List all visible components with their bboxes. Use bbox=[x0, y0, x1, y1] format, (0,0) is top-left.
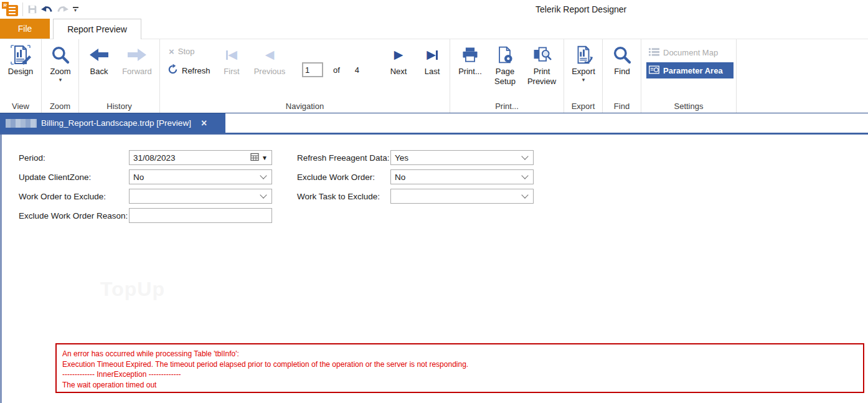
update-clientzone-select[interactable]: No bbox=[129, 169, 272, 184]
print-preview-button-label: Print Preview bbox=[527, 67, 556, 87]
export-button[interactable]: Export ▾ bbox=[567, 43, 600, 82]
customize-qat-icon: ▾ bbox=[73, 7, 78, 12]
parameter-area-toggle[interactable]: Parameter Area bbox=[646, 62, 734, 78]
exclude-work-order-value: No bbox=[391, 173, 522, 182]
exclude-work-order-reason-input[interactable] bbox=[129, 208, 272, 223]
document-map-toggle[interactable]: Document Map bbox=[646, 44, 734, 60]
zoom-button-label: Zoom bbox=[50, 67, 70, 77]
refresh-freeagent-data-select[interactable]: Yes bbox=[390, 150, 534, 165]
forward-button-label: Forward bbox=[122, 67, 152, 77]
document-tab[interactable]: Billing_Report-Landscape.trdp [Preview] … bbox=[0, 113, 225, 133]
previous-button-label: Previous bbox=[254, 67, 286, 77]
exclude-work-order-select[interactable]: No bbox=[390, 169, 534, 184]
close-icon[interactable]: × bbox=[201, 118, 207, 129]
stop-icon: × bbox=[169, 47, 174, 56]
group-label-find: Find bbox=[603, 102, 641, 111]
group-label-zoom: Zoom bbox=[42, 102, 78, 111]
find-button-label: Find bbox=[614, 67, 630, 77]
chevron-down-icon bbox=[521, 172, 528, 179]
print-preview-button[interactable]: Print Preview bbox=[522, 43, 561, 87]
zoom-button[interactable]: Zoom ▾ bbox=[44, 43, 77, 82]
stop-button[interactable]: × Stop bbox=[169, 47, 195, 56]
next-page-button[interactable]: ▶ Next bbox=[381, 43, 416, 77]
parameter-area-icon bbox=[649, 65, 659, 76]
ribbon-group-view: Design View bbox=[0, 39, 42, 113]
export-dropdown-icon: ▾ bbox=[582, 77, 585, 82]
save-button[interactable] bbox=[25, 2, 40, 17]
group-label-settings: Settings bbox=[641, 102, 736, 111]
watermark: TopUp bbox=[100, 278, 165, 301]
document-map-label: Document Map bbox=[663, 48, 718, 57]
zoom-dropdown-icon: ▾ bbox=[59, 77, 62, 82]
chevron-down-icon bbox=[521, 153, 528, 159]
tab-row: File Report Preview bbox=[0, 19, 868, 39]
stop-button-label: Stop bbox=[178, 47, 195, 56]
divider bbox=[22, 2, 23, 16]
error-message-box: An error has occurred while processing T… bbox=[55, 343, 864, 393]
design-button-label: Design bbox=[8, 67, 33, 77]
tab-report-preview[interactable]: Report Preview bbox=[53, 19, 141, 39]
back-arrow-icon bbox=[88, 43, 110, 67]
page-setup-button-label: Page Setup bbox=[494, 67, 516, 87]
find-icon bbox=[612, 43, 632, 67]
redo-button[interactable] bbox=[55, 2, 70, 17]
find-button[interactable]: Find bbox=[605, 43, 639, 77]
back-button-label: Back bbox=[90, 67, 108, 77]
window-title: Telerik Report Designer bbox=[535, 4, 626, 14]
calendar-icon bbox=[250, 153, 259, 163]
exclude-work-order-label: Exclude Work Order: bbox=[297, 173, 375, 182]
update-clientzone-value: No bbox=[130, 173, 261, 182]
ribbon-group-export: Export ▾ Export bbox=[564, 39, 603, 113]
error-line-4: The wait operation timed out bbox=[62, 380, 863, 391]
ribbon-group-history: Back Forward History bbox=[79, 39, 160, 113]
next-page-icon: ▶ bbox=[394, 43, 403, 67]
document-map-icon bbox=[649, 47, 659, 58]
period-date-picker[interactable]: 31/08/2023 ▼ bbox=[129, 150, 272, 165]
app-icon[interactable]: R bbox=[2, 2, 19, 17]
document-tab-strip: Billing_Report-Landscape.trdp [Preview] … bbox=[0, 113, 868, 133]
period-label: Period: bbox=[19, 153, 45, 163]
next-button-label: Next bbox=[390, 67, 407, 77]
previous-page-button[interactable]: ◀ Previous bbox=[251, 43, 288, 77]
first-page-button[interactable]: ◀ First bbox=[215, 43, 248, 77]
redacted-prefix bbox=[6, 119, 37, 128]
chevron-down-icon bbox=[260, 191, 267, 198]
group-label-navigation: Navigation bbox=[160, 102, 450, 111]
first-page-icon: ◀ bbox=[226, 43, 237, 67]
document-tab-title: Billing_Report-Landscape.trdp [Preview] bbox=[41, 118, 191, 128]
page-setup-button[interactable]: Page Setup bbox=[488, 43, 522, 87]
zoom-icon bbox=[50, 43, 70, 67]
report-document-icon bbox=[6, 5, 18, 16]
chevron-down-icon bbox=[260, 172, 267, 179]
undo-icon bbox=[41, 5, 54, 14]
group-label-history: History bbox=[79, 102, 159, 111]
file-tab[interactable]: File bbox=[0, 19, 50, 39]
exclude-work-order-reason-label: Exclude Work Order Reason: bbox=[19, 211, 128, 220]
titlebar: R ▾ Telerik bbox=[0, 0, 868, 19]
page-number-input[interactable] bbox=[302, 62, 323, 77]
refresh-freeagent-data-label: Refresh Freeagent Data: bbox=[297, 153, 390, 163]
forward-button[interactable]: Forward bbox=[116, 43, 158, 77]
work-task-to-exclude-label: Work Task to Exclude: bbox=[297, 192, 380, 201]
chevron-down-icon bbox=[521, 191, 528, 198]
parameter-area-label: Parameter Area bbox=[663, 66, 723, 75]
design-button[interactable]: Design bbox=[2, 43, 39, 77]
back-button[interactable]: Back bbox=[83, 43, 115, 77]
group-label-print: Print... bbox=[450, 102, 564, 111]
error-line-1: An error has occurred while processing T… bbox=[62, 349, 863, 359]
redo-icon bbox=[56, 5, 68, 14]
printer-icon bbox=[460, 43, 480, 67]
date-dropdown-icon[interactable]: ▼ bbox=[262, 154, 268, 161]
work-order-to-exclude-select[interactable] bbox=[129, 189, 272, 204]
first-button-label: First bbox=[224, 67, 239, 77]
last-page-button[interactable]: ▶ Last bbox=[417, 43, 448, 77]
customize-qat-button[interactable]: ▾ bbox=[70, 2, 81, 17]
print-button[interactable]: Print... bbox=[454, 43, 486, 77]
work-task-to-exclude-select[interactable] bbox=[390, 189, 534, 204]
forward-arrow-icon bbox=[126, 43, 148, 67]
error-line-2: Execution Timeout Expired. The timeout p… bbox=[62, 359, 863, 370]
refresh-button[interactable]: Refresh bbox=[167, 64, 210, 77]
undo-button[interactable] bbox=[40, 2, 55, 17]
page-of-label: of bbox=[333, 65, 340, 75]
print-button-label: Print... bbox=[458, 67, 482, 77]
